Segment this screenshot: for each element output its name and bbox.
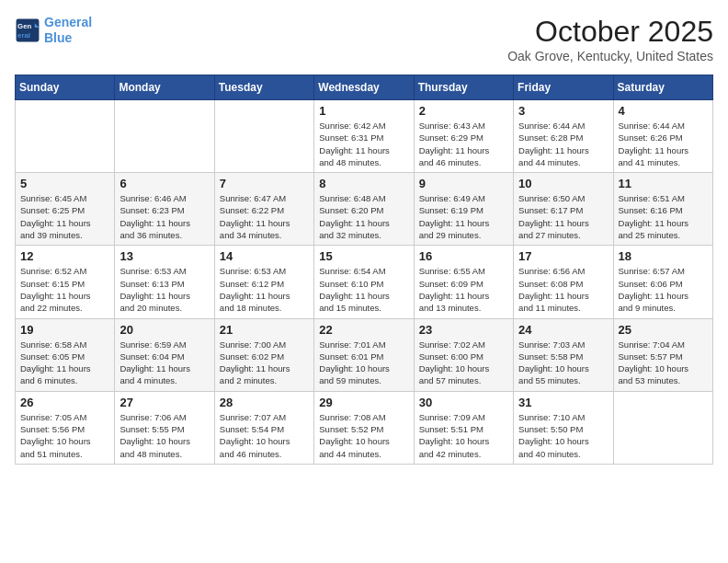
logo-line2: Blue: [44, 30, 72, 45]
day-number: 15: [319, 249, 408, 263]
logo-line1: General: [44, 15, 92, 29]
calendar-day-11: 11Sunrise: 6:51 AM Sunset: 6:16 PM Dayli…: [613, 173, 712, 246]
day-number: 8: [319, 177, 408, 190]
day-info: Sunrise: 6:53 AM Sunset: 6:13 PM Dayligh…: [119, 265, 209, 314]
day-number: 16: [419, 249, 508, 263]
weekday-header-row: SundayMondayTuesdayWednesdayThursdayFrid…: [16, 75, 713, 100]
weekday-header-tuesday: Tuesday: [214, 75, 313, 100]
calendar-week-row: 5Sunrise: 6:45 AM Sunset: 6:25 PM Daylig…: [16, 173, 713, 246]
day-number: 13: [119, 249, 209, 263]
day-number: 17: [518, 249, 608, 263]
calendar-day-28: 28Sunrise: 7:07 AM Sunset: 5:54 PM Dayli…: [214, 391, 313, 464]
day-info: Sunrise: 6:42 AM Sunset: 6:31 PM Dayligh…: [319, 120, 408, 168]
day-info: Sunrise: 6:44 AM Sunset: 6:28 PM Dayligh…: [518, 120, 608, 168]
day-number: 25: [619, 323, 708, 337]
day-info: Sunrise: 7:00 AM Sunset: 6:02 PM Dayligh…: [220, 339, 309, 387]
empty-cell: [16, 100, 115, 173]
day-number: 10: [518, 177, 608, 190]
day-info: Sunrise: 6:50 AM Sunset: 6:17 PM Dayligh…: [518, 192, 608, 241]
calendar-day-27: 27Sunrise: 7:06 AM Sunset: 5:55 PM Dayli…: [115, 391, 214, 464]
day-info: Sunrise: 7:09 AM Sunset: 5:51 PM Dayligh…: [419, 411, 508, 460]
day-number: 3: [518, 104, 608, 118]
day-info: Sunrise: 6:43 AM Sunset: 6:29 PM Dayligh…: [419, 120, 508, 168]
day-number: 27: [119, 396, 209, 409]
day-info: Sunrise: 7:04 AM Sunset: 5:57 PM Dayligh…: [619, 339, 708, 387]
day-number: 11: [619, 177, 708, 190]
day-number: 24: [518, 323, 608, 337]
weekday-header-monday: Monday: [115, 75, 214, 100]
location: Oak Grove, Kentucky, United States: [507, 49, 713, 63]
day-info: Sunrise: 6:57 AM Sunset: 6:06 PM Dayligh…: [619, 265, 708, 314]
day-info: Sunrise: 6:56 AM Sunset: 6:08 PM Dayligh…: [518, 265, 608, 314]
empty-cell: [214, 100, 313, 173]
day-info: Sunrise: 6:47 AM Sunset: 6:22 PM Dayligh…: [220, 192, 309, 241]
calendar-day-16: 16Sunrise: 6:55 AM Sunset: 6:09 PM Dayli…: [414, 246, 513, 318]
day-info: Sunrise: 6:51 AM Sunset: 6:16 PM Dayligh…: [619, 192, 708, 241]
day-number: 23: [419, 323, 508, 337]
calendar-week-row: 12Sunrise: 6:52 AM Sunset: 6:15 PM Dayli…: [16, 246, 713, 318]
day-info: Sunrise: 7:06 AM Sunset: 5:55 PM Dayligh…: [119, 411, 209, 460]
day-number: 26: [20, 396, 109, 409]
calendar-day-18: 18Sunrise: 6:57 AM Sunset: 6:06 PM Dayli…: [613, 246, 712, 318]
empty-cell: [613, 391, 712, 464]
calendar-day-4: 4Sunrise: 6:44 AM Sunset: 6:26 PM Daylig…: [613, 100, 712, 173]
calendar-week-row: 26Sunrise: 7:05 AM Sunset: 5:56 PM Dayli…: [16, 391, 713, 464]
calendar-day-7: 7Sunrise: 6:47 AM Sunset: 6:22 PM Daylig…: [214, 173, 313, 246]
day-info: Sunrise: 6:48 AM Sunset: 6:20 PM Dayligh…: [319, 192, 408, 241]
day-info: Sunrise: 7:01 AM Sunset: 6:01 PM Dayligh…: [319, 339, 408, 387]
day-number: 7: [220, 177, 309, 190]
day-info: Sunrise: 7:08 AM Sunset: 5:52 PM Dayligh…: [319, 411, 408, 460]
day-number: 2: [419, 104, 508, 118]
weekday-header-thursday: Thursday: [414, 75, 513, 100]
calendar-day-9: 9Sunrise: 6:49 AM Sunset: 6:19 PM Daylig…: [414, 173, 513, 246]
calendar-day-23: 23Sunrise: 7:02 AM Sunset: 6:00 PM Dayli…: [414, 318, 513, 391]
calendar-day-21: 21Sunrise: 7:00 AM Sunset: 6:02 PM Dayli…: [214, 318, 313, 391]
logo-text: General Blue: [44, 15, 92, 46]
day-info: Sunrise: 6:55 AM Sunset: 6:09 PM Dayligh…: [419, 265, 508, 314]
logo: Gen eral General Blue: [15, 15, 92, 46]
day-number: 9: [419, 177, 508, 190]
day-info: Sunrise: 6:53 AM Sunset: 6:12 PM Dayligh…: [220, 265, 309, 314]
day-info: Sunrise: 6:59 AM Sunset: 6:04 PM Dayligh…: [119, 339, 209, 387]
day-info: Sunrise: 7:02 AM Sunset: 6:00 PM Dayligh…: [419, 339, 508, 387]
day-info: Sunrise: 7:05 AM Sunset: 5:56 PM Dayligh…: [20, 411, 109, 460]
calendar-day-13: 13Sunrise: 6:53 AM Sunset: 6:13 PM Dayli…: [115, 246, 214, 318]
day-number: 28: [220, 396, 309, 409]
day-number: 31: [518, 396, 608, 409]
day-number: 29: [319, 396, 408, 409]
calendar-week-row: 19Sunrise: 6:58 AM Sunset: 6:05 PM Dayli…: [16, 318, 713, 391]
calendar-day-5: 5Sunrise: 6:45 AM Sunset: 6:25 PM Daylig…: [16, 173, 115, 246]
day-number: 19: [20, 323, 109, 337]
logo-icon: Gen eral: [15, 17, 40, 43]
calendar-day-6: 6Sunrise: 6:46 AM Sunset: 6:23 PM Daylig…: [115, 173, 214, 246]
page-header: Gen eral General Blue October 2025 Oak G…: [15, 15, 713, 63]
calendar-day-24: 24Sunrise: 7:03 AM Sunset: 5:58 PM Dayli…: [514, 318, 613, 391]
day-info: Sunrise: 7:10 AM Sunset: 5:50 PM Dayligh…: [518, 411, 608, 460]
svg-text:Gen: Gen: [17, 22, 31, 30]
calendar-day-15: 15Sunrise: 6:54 AM Sunset: 6:10 PM Dayli…: [314, 246, 414, 318]
calendar-day-29: 29Sunrise: 7:08 AM Sunset: 5:52 PM Dayli…: [314, 391, 414, 464]
calendar-day-17: 17Sunrise: 6:56 AM Sunset: 6:08 PM Dayli…: [514, 246, 613, 318]
day-number: 21: [220, 323, 309, 337]
day-number: 5: [20, 177, 109, 190]
calendar-day-1: 1Sunrise: 6:42 AM Sunset: 6:31 PM Daylig…: [314, 100, 414, 173]
calendar-day-14: 14Sunrise: 6:53 AM Sunset: 6:12 PM Dayli…: [214, 246, 313, 318]
day-number: 30: [419, 396, 508, 409]
weekday-header-wednesday: Wednesday: [314, 75, 414, 100]
day-info: Sunrise: 6:45 AM Sunset: 6:25 PM Dayligh…: [20, 192, 109, 241]
day-number: 6: [119, 177, 209, 190]
calendar-day-19: 19Sunrise: 6:58 AM Sunset: 6:05 PM Dayli…: [16, 318, 115, 391]
calendar-day-2: 2Sunrise: 6:43 AM Sunset: 6:29 PM Daylig…: [414, 100, 513, 173]
calendar-day-8: 8Sunrise: 6:48 AM Sunset: 6:20 PM Daylig…: [314, 173, 414, 246]
calendar-day-30: 30Sunrise: 7:09 AM Sunset: 5:51 PM Dayli…: [414, 391, 513, 464]
calendar-day-22: 22Sunrise: 7:01 AM Sunset: 6:01 PM Dayli…: [314, 318, 414, 391]
empty-cell: [115, 100, 214, 173]
day-number: 20: [119, 323, 209, 337]
day-number: 18: [619, 249, 708, 263]
day-info: Sunrise: 6:44 AM Sunset: 6:26 PM Dayligh…: [619, 120, 708, 168]
calendar-day-10: 10Sunrise: 6:50 AM Sunset: 6:17 PM Dayli…: [514, 173, 613, 246]
month-title: October 2025: [507, 15, 713, 49]
day-number: 12: [20, 249, 109, 263]
day-info: Sunrise: 6:49 AM Sunset: 6:19 PM Dayligh…: [419, 192, 508, 241]
calendar-week-row: 1Sunrise: 6:42 AM Sunset: 6:31 PM Daylig…: [16, 100, 713, 173]
